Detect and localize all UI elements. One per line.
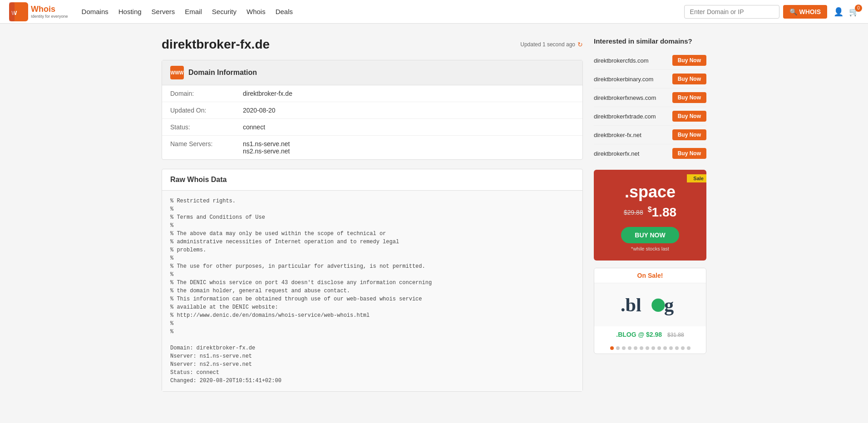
cart-badge: 0 [855,5,862,12]
search-icon: 🔍 [789,8,797,15]
search-btn-label: WHOIS [799,8,821,15]
buy-now-button[interactable]: Buy Now [672,74,706,84]
dot-indicator[interactable] [669,346,673,350]
nav-links: Domains Hosting Servers Email Security W… [82,8,293,15]
updated-badge: Updated 1 second ago ↻ [520,41,583,48]
navbar: W Whois Identity for everyone Domains Ho… [0,0,868,24]
logo-text-area: Whois Identity for everyone [31,5,68,19]
table-row: Updated On: 2020-08-20 [162,102,582,119]
list-item: direktbrokerfxtrade.com Buy Now [594,107,706,126]
space-buy-now-button[interactable]: BUY NOW [621,227,679,243]
nav-item-domains[interactable]: Domains [82,8,108,15]
dot-indicator[interactable] [616,346,620,350]
search-button[interactable]: 🔍 WHOIS [783,5,827,19]
list-item: direktbrokercfds.com Buy Now [594,51,706,70]
search-input[interactable] [684,5,779,19]
nav-item-servers[interactable]: Servers [152,8,175,15]
space-sale-card: Sale .space $29.88 $1.88 BUY NOW *while … [594,170,706,261]
domain-info-card: WWW Domain Information Domain: direktbro… [162,60,583,160]
sale-ribbon: Sale [687,174,706,182]
space-price-row: $29.88 $1.88 [603,205,697,220]
raw-whois-header: Raw Whois Data [162,169,582,191]
buy-now-button[interactable]: Buy Now [672,129,706,140]
svg-text:.bl: .bl [621,294,641,315]
page-title-row: direktbroker-fx.de Updated 1 second ago … [162,37,583,52]
user-button[interactable]: 👤 [833,7,843,17]
domain-info-header: WWW Domain Information [162,60,582,85]
buy-now-button[interactable]: Buy Now [672,55,706,66]
label-updated-on: Updated On: [162,102,235,119]
right-column: Interested in similar domains? direktbro… [594,37,706,392]
dot-indicator[interactable] [646,346,649,350]
user-icon: 👤 [833,7,843,16]
left-column: direktbroker-fx.de Updated 1 second ago … [162,37,583,392]
domain-info-title: Domain Information [188,69,257,77]
page-title: direktbroker-fx.de [162,37,270,52]
logo-subtitle: Identity for everyone [31,14,68,19]
svg-text:g: g [664,294,674,315]
dot-indicator[interactable] [628,346,631,350]
blog-sale-card: On Sale! .bl g .BLOG @ $2.98 $31.88 [594,268,706,354]
info-table: Domain: direktbroker-fx.de Updated On: 2… [162,85,582,159]
dot-indicator[interactable] [640,346,643,350]
nav-item-whois[interactable]: Whois [247,8,266,15]
nav-item-deals[interactable]: Deals [276,8,293,15]
dot-indicator[interactable] [610,346,614,350]
raw-whois-card: Raw Whois Data % Restricted rights. % % … [162,169,583,392]
domain-icon: WWW [170,66,184,79]
buy-now-button[interactable]: Buy Now [672,111,706,122]
svg-rect-2 [9,2,15,21]
dot-indicators [594,343,706,354]
similar-domains-section: Interested in similar domains? direktbro… [594,37,706,162]
buy-now-button[interactable]: Buy Now [672,148,706,159]
raw-whois-content: % Restricted rights. % % Terms and Condi… [170,197,574,385]
dot-indicator[interactable] [657,346,661,350]
table-row: Domain: direktbroker-fx.de [162,85,582,102]
space-currency: $ [648,206,652,213]
similar-domain: direktbroker-fx.net [594,132,641,138]
label-status: Status: [162,119,235,136]
nav-item-hosting[interactable]: Hosting [118,8,142,15]
whois-logo-icon: W [9,2,28,21]
table-row: Status: connect [162,119,582,136]
logo[interactable]: W Whois Identity for everyone [9,2,68,21]
blog-price-row: .BLOG @ $2.98 $31.88 [594,326,706,343]
label-domain: Domain: [162,85,235,102]
dot-indicator[interactable] [675,346,679,350]
svg-point-4 [651,299,665,312]
similar-domain: direktbrokerfxnews.com [594,94,656,101]
refresh-icon[interactable]: ↻ [577,41,583,48]
value-domain: direktbroker-fx.de [235,85,582,102]
value-updated-on: 2020-08-20 [235,102,582,119]
blog-old-price: $31.88 [667,332,684,338]
nav-item-security[interactable]: Security [212,8,237,15]
dot-indicator[interactable] [622,346,626,350]
dot-indicator[interactable] [634,346,637,350]
blog-logo-svg: .bl g [621,290,680,318]
dot-indicator[interactable] [651,346,655,350]
nav-icons: 👤 🛒 0 [833,7,859,17]
space-new-price: $1.88 [648,205,676,220]
blog-sale-header: On Sale! [594,268,706,283]
value-nameservers: ns1.ns-serve.netns2.ns-serve.net [235,136,582,160]
dot-indicator[interactable] [681,346,685,350]
list-item: direktbroker-fx.net Buy Now [594,126,706,144]
nav-item-email[interactable]: Email [185,8,202,15]
similar-domain: direktbrokerbinary.com [594,76,653,83]
main-content: direktbroker-fx.de Updated 1 second ago … [153,37,715,392]
blog-new-price: .BLOG @ $2.98 [616,331,662,338]
list-item: direktbrokerbinary.com Buy Now [594,70,706,89]
similar-domain: direktbrokercfds.com [594,57,649,64]
table-row: Name Servers: ns1.ns-serve.netns2.ns-ser… [162,136,582,160]
space-sale-note: *while stocks last [603,246,697,251]
search-area: 🔍 WHOIS [684,5,827,19]
similar-domain: direktbrokerfxtrade.com [594,113,656,120]
buy-now-button[interactable]: Buy Now [672,92,706,103]
similar-list: direktbrokercfds.com Buy Now direktbroke… [594,51,706,162]
dot-indicator[interactable] [663,346,667,350]
cart-button[interactable]: 🛒 0 [849,7,859,17]
space-extension: .space [603,182,697,202]
similar-domain: direktbrokerfx.net [594,150,639,157]
logo-title: Whois [31,5,68,14]
dot-indicator[interactable] [687,346,690,350]
